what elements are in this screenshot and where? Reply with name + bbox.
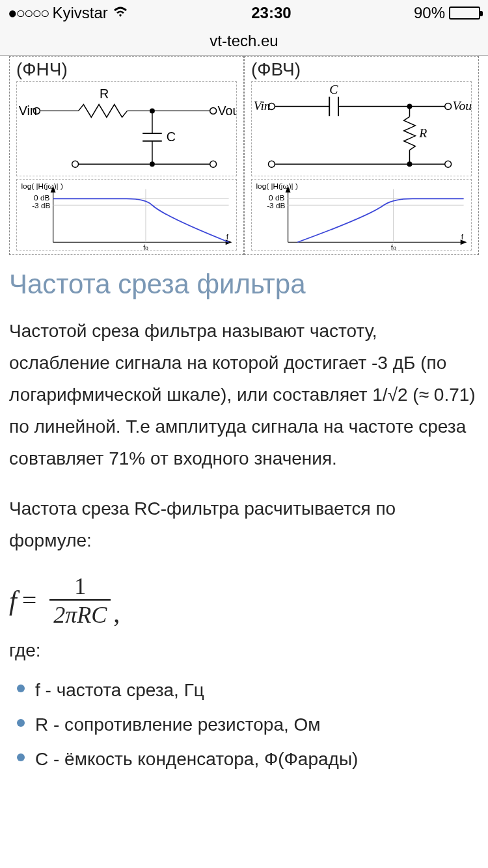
paragraph-1: Частотой среза фильтра называют частоту,… [9,315,479,474]
status-bar: ●○○○○ Kyivstar 23:30 90% [0,0,488,26]
filter-cell-lowpass: (ФНЧ) [9,56,244,255]
svg-point-10 [72,161,79,167]
circuit-vout-label: Vout [218,103,236,118]
legend-item-c: C - ёмкость конденсатора, Ф(Фарады) [17,742,479,776]
circuit-vin-label: Vin [254,98,271,113]
wifi-icon [112,5,129,21]
plot-f0: f₀ [391,243,396,250]
formula-eq: = [17,588,42,614]
where-label: где: [9,634,479,666]
circuit-vin-label: Vin [19,103,37,118]
carrier-label: Kyivstar [52,5,107,21]
url-text: vt-tech.eu [210,33,278,49]
formula-comma: , [111,601,120,627]
formula-num: 1 [70,575,90,599]
filter-label-highpass: (ФВЧ) [251,61,472,79]
status-right: 90% [414,5,480,21]
plot-tick3: -3 dB [267,201,285,210]
circuit-highpass: Vin Vout C R [251,81,472,176]
battery-icon [449,7,480,20]
filter-diagram-row: (ФНЧ) [9,56,479,255]
circuit-c-label: C [329,82,338,96]
section-heading: Частота среза фильтра [9,271,479,298]
signal-dots-icon: ●○○○○ [8,5,48,21]
plot-highpass: log( |H(jω)| ) 0 dB -3 dB f₀ f [251,179,472,251]
formula-lhs: f [9,587,17,614]
formula-den: 2πRC [49,599,111,627]
paragraph-2: Частота среза RC-фильтра расчитывается п… [9,493,479,556]
legend-item-r: R - сопротивление резистора, Ом [17,707,479,742]
filter-cell-highpass: (ФВЧ) [244,56,479,255]
plot-ylabel: log( |H(jω)| ) [21,182,63,190]
circuit-lowpass: Vin Vout R C [16,81,237,176]
circuit-vout-label: Vout [453,98,471,113]
svg-point-30 [268,161,275,167]
plot-lowpass: log( |H(jω)| ) 0 dB -3 dB f₀ f [16,179,237,251]
legend-item-f: f - частота среза, Гц [17,673,479,707]
clock: 23:30 [251,5,291,21]
legend-list: f - частота среза, Гц R - сопротивление … [17,673,479,777]
plot-tick3: -3 dB [32,201,50,210]
plot-xlabel: f [226,232,229,241]
svg-point-3 [210,107,217,114]
formula-fraction: 1 2πRC [49,575,111,627]
svg-point-25 [445,103,452,110]
filter-label-lowpass: (ФНЧ) [16,61,237,79]
plot-xlabel: f [461,232,464,241]
svg-point-12 [210,161,217,167]
circuit-r-label: R [418,126,427,140]
battery-pct: 90% [414,5,445,21]
browser-url-bar[interactable]: vt-tech.eu [0,26,488,56]
cutoff-formula: f = 1 2πRC , [9,575,479,627]
page-content[interactable]: (ФНЧ) [0,56,488,777]
circuit-r-label: R [100,87,109,101]
plot-ylabel: log( |H(jω)| ) [256,182,298,190]
status-left: ●○○○○ Kyivstar [8,5,129,21]
circuit-c-label: C [167,129,176,144]
svg-point-32 [445,161,452,167]
plot-f0: f₀ [143,243,148,250]
